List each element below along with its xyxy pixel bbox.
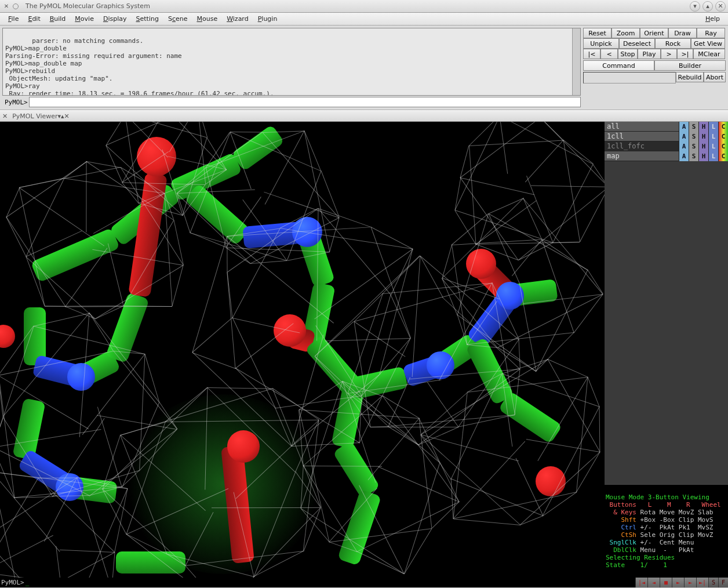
status-sunken (583, 72, 676, 84)
playbar-1[interactable]: ◄ (647, 578, 660, 587)
menu-wizard[interactable]: Wizard (222, 14, 253, 24)
object-row-1cll[interactable]: 1cllASHLC (605, 132, 728, 141)
tab-builder[interactable]: Builder (654, 60, 726, 71)
menu-movie[interactable]: Movie (70, 14, 99, 24)
mesh-edge (587, 270, 603, 295)
close-button[interactable]: ✕ (715, 1, 726, 12)
zoom-button[interactable]: Zoom (611, 28, 640, 38)
l-button[interactable]: L (708, 122, 718, 132)
console-scrollbar[interactable] (572, 28, 580, 95)
object-name[interactable]: 1cll (605, 132, 679, 141)
forward-button[interactable]: > (661, 49, 677, 59)
tab-command[interactable]: Command (583, 60, 654, 71)
mesh-edge (192, 236, 228, 353)
a-button[interactable]: A (679, 151, 689, 161)
object-name[interactable]: all (605, 122, 679, 131)
rewind-button[interactable]: |< (583, 49, 600, 59)
viewer-title: PyMOL Viewer (12, 112, 57, 120)
rock-button[interactable]: Rock (655, 38, 691, 49)
h-button[interactable]: H (698, 122, 708, 132)
abort-button[interactable]: Abort (704, 72, 726, 82)
mesh-edge (45, 306, 65, 307)
maximize-button[interactable]: ▴ (702, 1, 713, 12)
mesh-edge (208, 387, 272, 389)
mesh-edge (536, 332, 574, 372)
draw-button[interactable]: Draw (668, 28, 697, 38)
command-input[interactable] (29, 97, 581, 107)
mesh-edge (574, 294, 603, 333)
l-button[interactable]: L (708, 132, 718, 141)
s-button[interactable]: S (689, 151, 698, 161)
bond (333, 441, 380, 499)
unpick-button[interactable]: Unpick (583, 38, 619, 49)
h-button[interactable]: H (698, 132, 708, 141)
playbar-7[interactable]: F (718, 578, 728, 587)
c-button[interactable]: C (718, 122, 728, 132)
mesh-edge (113, 351, 177, 429)
mesh-edge (105, 122, 125, 146)
menu-mouse[interactable]: Mouse (192, 14, 222, 24)
back-button[interactable]: < (600, 49, 618, 59)
mesh-edge (404, 462, 441, 574)
atom (466, 249, 496, 279)
menu-setting[interactable]: Setting (132, 14, 163, 24)
viewport-3d[interactable] (0, 122, 605, 578)
mesh-edge (488, 198, 523, 215)
playbar-4[interactable]: ► (684, 578, 696, 587)
object-name[interactable]: map (605, 151, 679, 161)
playbar-5[interactable]: ►| (696, 578, 708, 587)
minimize-button[interactable]: ▾ (690, 1, 700, 12)
getview-button[interactable]: Get View (691, 38, 725, 49)
mesh-edge (357, 551, 405, 574)
object-name[interactable]: 1cll_fofc (605, 141, 679, 151)
s-button[interactable]: S (689, 132, 698, 141)
menu-plugin[interactable]: Plugin (253, 14, 282, 24)
menu-build[interactable]: Build (45, 14, 71, 24)
stop-button[interactable]: Stop (618, 49, 638, 59)
playbar-2[interactable]: ■ (660, 578, 672, 587)
end-button[interactable]: >| (677, 49, 693, 59)
mesh-edge (453, 518, 520, 525)
mesh-edge (114, 489, 128, 553)
orient-button[interactable]: Orient (640, 28, 668, 38)
rebuild-button[interactable]: Rebuild (676, 72, 704, 82)
c-button[interactable]: C (718, 151, 728, 161)
menu-file[interactable]: File (3, 14, 23, 24)
atom (67, 363, 95, 391)
ray-button[interactable]: Ray (697, 28, 725, 38)
object-row-all[interactable]: allASHLC (605, 122, 728, 132)
mesh-edge (420, 256, 443, 297)
deselect-button[interactable]: Deselect (619, 38, 655, 49)
playbar-6[interactable]: S (708, 578, 718, 587)
s-button[interactable]: S (689, 122, 698, 132)
mesh-edge (86, 161, 87, 232)
s-button[interactable]: S (689, 141, 698, 151)
viewer-close-button[interactable]: ✕ (64, 112, 70, 120)
c-button[interactable]: C (718, 132, 728, 141)
atom (227, 430, 260, 463)
a-button[interactable]: A (679, 122, 689, 132)
playbar-3[interactable]: ► (672, 578, 684, 587)
mesh-edge (192, 352, 235, 368)
play-button[interactable]: Play (638, 49, 661, 59)
l-button[interactable]: L (708, 151, 718, 161)
playbar-0[interactable]: |◄ (635, 578, 647, 587)
object-row-1cll_fofc[interactable]: 1cll_fofcASHLC (605, 141, 728, 151)
mclear-button[interactable]: MClear (693, 49, 725, 59)
a-button[interactable]: A (679, 132, 689, 141)
l-button[interactable]: L (708, 141, 718, 151)
h-button[interactable]: H (698, 151, 708, 161)
menu-edit[interactable]: Edit (23, 14, 45, 24)
menu-scene[interactable]: Scene (163, 14, 192, 24)
c-button[interactable]: C (718, 141, 728, 151)
menu-display[interactable]: Display (99, 14, 132, 24)
object-row-map[interactable]: mapASHLC (605, 151, 728, 161)
h-button[interactable]: H (698, 141, 708, 151)
mesh-edge (125, 122, 207, 138)
menu-help[interactable]: Help (701, 14, 725, 24)
reset-button[interactable]: Reset (583, 28, 611, 38)
mesh-edge (326, 338, 411, 341)
mesh-edge (563, 140, 593, 165)
viewer-command-line[interactable]: PyMOL> _ |◄◄■►►►|SF (0, 578, 728, 587)
a-button[interactable]: A (679, 141, 689, 151)
